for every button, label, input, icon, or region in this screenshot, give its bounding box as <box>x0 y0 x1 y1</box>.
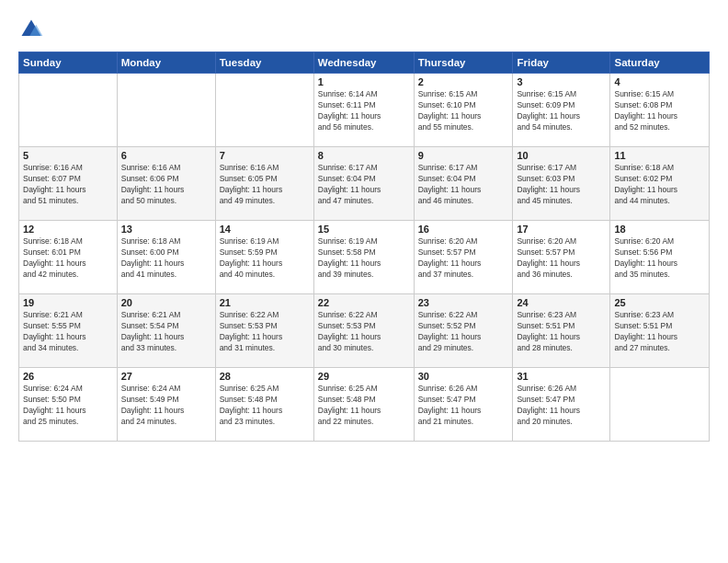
weekday-header-monday: Monday <box>117 52 215 74</box>
day-info: Sunrise: 6:23 AM Sunset: 5:51 PM Dayligh… <box>517 310 606 354</box>
day-number: 15 <box>318 224 410 235</box>
calendar: SundayMondayTuesdayWednesdayThursdayFrid… <box>18 52 710 442</box>
calendar-cell: 12Sunrise: 6:18 AM Sunset: 6:01 PM Dayli… <box>19 221 118 294</box>
day-number: 29 <box>318 371 410 382</box>
weekday-header-row: SundayMondayTuesdayWednesdayThursdayFrid… <box>19 52 710 74</box>
day-number: 18 <box>614 224 705 235</box>
day-info: Sunrise: 6:18 AM Sunset: 6:02 PM Dayligh… <box>614 163 705 207</box>
calendar-cell: 21Sunrise: 6:22 AM Sunset: 5:53 PM Dayli… <box>215 294 313 368</box>
calendar-cell: 30Sunrise: 6:26 AM Sunset: 5:47 PM Dayli… <box>414 368 513 442</box>
day-info: Sunrise: 6:16 AM Sunset: 6:05 PM Dayligh… <box>220 163 310 207</box>
calendar-cell: 4Sunrise: 6:15 AM Sunset: 6:08 PM Daylig… <box>610 74 710 147</box>
logo-icon <box>18 17 44 42</box>
calendar-cell: 24Sunrise: 6:23 AM Sunset: 5:51 PM Dayli… <box>513 294 610 368</box>
calendar-cell: 22Sunrise: 6:22 AM Sunset: 5:53 PM Dayli… <box>313 294 414 368</box>
day-info: Sunrise: 6:24 AM Sunset: 5:50 PM Dayligh… <box>23 384 113 428</box>
day-number: 13 <box>121 224 211 235</box>
day-number: 8 <box>318 150 410 161</box>
day-info: Sunrise: 6:15 AM Sunset: 6:10 PM Dayligh… <box>418 89 509 133</box>
weekday-header-friday: Friday <box>513 52 610 74</box>
calendar-cell <box>117 74 215 147</box>
calendar-cell <box>215 74 313 147</box>
day-number: 10 <box>517 150 606 161</box>
day-number: 20 <box>121 297 211 308</box>
day-info: Sunrise: 6:21 AM Sunset: 5:54 PM Dayligh… <box>121 310 211 354</box>
week-row-3: 19Sunrise: 6:21 AM Sunset: 5:55 PM Dayli… <box>19 294 710 368</box>
day-number: 31 <box>517 371 606 382</box>
day-info: Sunrise: 6:21 AM Sunset: 5:55 PM Dayligh… <box>23 310 113 354</box>
calendar-cell: 9Sunrise: 6:17 AM Sunset: 6:04 PM Daylig… <box>414 147 513 221</box>
day-number: 26 <box>23 371 113 382</box>
day-info: Sunrise: 6:17 AM Sunset: 6:03 PM Dayligh… <box>517 163 606 207</box>
weekday-header-thursday: Thursday <box>414 52 513 74</box>
day-number: 6 <box>121 150 211 161</box>
day-number: 22 <box>318 297 410 308</box>
calendar-cell: 10Sunrise: 6:17 AM Sunset: 6:03 PM Dayli… <box>513 147 610 221</box>
page: SundayMondayTuesdayWednesdayThursdayFrid… <box>0 0 728 563</box>
day-info: Sunrise: 6:20 AM Sunset: 5:57 PM Dayligh… <box>418 236 509 281</box>
day-number: 27 <box>121 371 211 382</box>
calendar-cell: 6Sunrise: 6:16 AM Sunset: 6:06 PM Daylig… <box>117 147 215 221</box>
day-info: Sunrise: 6:22 AM Sunset: 5:52 PM Dayligh… <box>418 310 509 354</box>
weekday-header-tuesday: Tuesday <box>215 52 313 74</box>
day-number: 4 <box>614 76 705 87</box>
day-info: Sunrise: 6:26 AM Sunset: 5:47 PM Dayligh… <box>517 384 606 428</box>
calendar-cell: 3Sunrise: 6:15 AM Sunset: 6:09 PM Daylig… <box>513 74 610 147</box>
calendar-cell: 14Sunrise: 6:19 AM Sunset: 5:59 PM Dayli… <box>215 221 313 294</box>
day-number: 5 <box>23 150 113 161</box>
calendar-cell: 27Sunrise: 6:24 AM Sunset: 5:49 PM Dayli… <box>117 368 215 442</box>
day-info: Sunrise: 6:20 AM Sunset: 5:56 PM Dayligh… <box>614 236 705 281</box>
calendar-cell: 13Sunrise: 6:18 AM Sunset: 6:00 PM Dayli… <box>117 221 215 294</box>
calendar-cell: 17Sunrise: 6:20 AM Sunset: 5:57 PM Dayli… <box>513 221 610 294</box>
weekday-header-sunday: Sunday <box>19 52 118 74</box>
day-number: 25 <box>614 297 705 308</box>
header <box>18 17 710 42</box>
calendar-cell: 19Sunrise: 6:21 AM Sunset: 5:55 PM Dayli… <box>19 294 118 368</box>
day-info: Sunrise: 6:22 AM Sunset: 5:53 PM Dayligh… <box>220 310 310 354</box>
calendar-cell: 28Sunrise: 6:25 AM Sunset: 5:48 PM Dayli… <box>215 368 313 442</box>
calendar-cell <box>19 74 118 147</box>
day-info: Sunrise: 6:16 AM Sunset: 6:06 PM Dayligh… <box>121 163 211 207</box>
week-row-0: 1Sunrise: 6:14 AM Sunset: 6:11 PM Daylig… <box>19 74 710 147</box>
calendar-cell: 2Sunrise: 6:15 AM Sunset: 6:10 PM Daylig… <box>414 74 513 147</box>
day-info: Sunrise: 6:18 AM Sunset: 6:01 PM Dayligh… <box>23 236 113 281</box>
weekday-header-saturday: Saturday <box>610 52 710 74</box>
calendar-cell: 11Sunrise: 6:18 AM Sunset: 6:02 PM Dayli… <box>610 147 710 221</box>
day-info: Sunrise: 6:19 AM Sunset: 5:59 PM Dayligh… <box>220 236 310 281</box>
calendar-cell: 8Sunrise: 6:17 AM Sunset: 6:04 PM Daylig… <box>313 147 414 221</box>
day-info: Sunrise: 6:25 AM Sunset: 5:48 PM Dayligh… <box>318 384 410 428</box>
day-info: Sunrise: 6:23 AM Sunset: 5:51 PM Dayligh… <box>614 310 705 354</box>
day-info: Sunrise: 6:25 AM Sunset: 5:48 PM Dayligh… <box>220 384 310 428</box>
calendar-cell: 7Sunrise: 6:16 AM Sunset: 6:05 PM Daylig… <box>215 147 313 221</box>
weekday-header-wednesday: Wednesday <box>313 52 414 74</box>
day-number: 11 <box>614 150 705 161</box>
calendar-cell: 16Sunrise: 6:20 AM Sunset: 5:57 PM Dayli… <box>414 221 513 294</box>
day-info: Sunrise: 6:17 AM Sunset: 6:04 PM Dayligh… <box>418 163 509 207</box>
calendar-cell: 29Sunrise: 6:25 AM Sunset: 5:48 PM Dayli… <box>313 368 414 442</box>
day-info: Sunrise: 6:15 AM Sunset: 6:09 PM Dayligh… <box>517 89 606 133</box>
day-number: 23 <box>418 297 509 308</box>
day-info: Sunrise: 6:16 AM Sunset: 6:07 PM Dayligh… <box>23 163 113 207</box>
day-number: 2 <box>418 76 509 87</box>
calendar-cell: 15Sunrise: 6:19 AM Sunset: 5:58 PM Dayli… <box>313 221 414 294</box>
day-number: 24 <box>517 297 606 308</box>
day-info: Sunrise: 6:18 AM Sunset: 6:00 PM Dayligh… <box>121 236 211 281</box>
day-number: 17 <box>517 224 606 235</box>
calendar-cell: 31Sunrise: 6:26 AM Sunset: 5:47 PM Dayli… <box>513 368 610 442</box>
day-number: 19 <box>23 297 113 308</box>
day-info: Sunrise: 6:14 AM Sunset: 6:11 PM Dayligh… <box>318 89 410 133</box>
day-number: 30 <box>418 371 509 382</box>
week-row-2: 12Sunrise: 6:18 AM Sunset: 6:01 PM Dayli… <box>19 221 710 294</box>
week-row-4: 26Sunrise: 6:24 AM Sunset: 5:50 PM Dayli… <box>19 368 710 442</box>
day-info: Sunrise: 6:17 AM Sunset: 6:04 PM Dayligh… <box>318 163 410 207</box>
week-row-1: 5Sunrise: 6:16 AM Sunset: 6:07 PM Daylig… <box>19 147 710 221</box>
day-info: Sunrise: 6:19 AM Sunset: 5:58 PM Dayligh… <box>318 236 410 281</box>
day-number: 21 <box>220 297 310 308</box>
day-number: 1 <box>318 76 410 87</box>
calendar-cell: 26Sunrise: 6:24 AM Sunset: 5:50 PM Dayli… <box>19 368 118 442</box>
day-number: 28 <box>220 371 310 382</box>
day-info: Sunrise: 6:24 AM Sunset: 5:49 PM Dayligh… <box>121 384 211 428</box>
calendar-cell: 20Sunrise: 6:21 AM Sunset: 5:54 PM Dayli… <box>117 294 215 368</box>
day-number: 7 <box>220 150 310 161</box>
day-info: Sunrise: 6:15 AM Sunset: 6:08 PM Dayligh… <box>614 89 705 133</box>
